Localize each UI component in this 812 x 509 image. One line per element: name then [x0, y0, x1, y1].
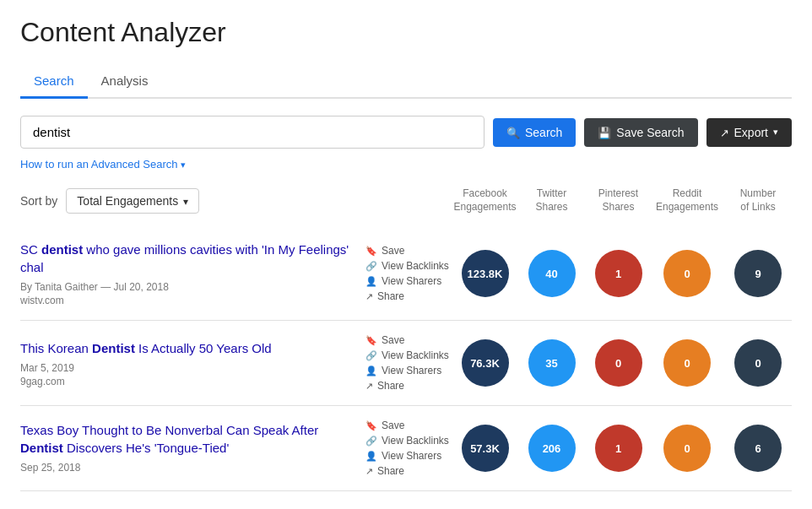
links-circle-3: 6: [734, 425, 782, 472]
result-link-2[interactable]: This Korean Dentist Is Actually 50 Years…: [20, 341, 272, 355]
result-actions-1: Save View Backlinks View Sharers Share: [365, 245, 450, 302]
facebook-circle-1: 123.8K: [462, 250, 509, 297]
twitter-stat-3: 206: [520, 425, 583, 472]
table-row: This Korean Dentist Is Actually 50 Years…: [20, 321, 792, 406]
bookmark-icon: [365, 245, 377, 257]
search-input-wrap: [20, 116, 484, 149]
result-meta-3: Sep 25, 2018: [20, 462, 362, 474]
search-button[interactable]: Search: [493, 118, 576, 147]
links-circle-2: 0: [734, 339, 782, 387]
save-action-1[interactable]: Save: [365, 245, 450, 257]
col-header-facebook: FacebookEngagements: [453, 187, 517, 214]
share-action-2[interactable]: Share: [365, 380, 450, 392]
result-domain-2: 9gag.com: [20, 376, 362, 387]
facebook-stat-1: 123.8K: [453, 250, 517, 297]
result-meta-1: By Tanita Gaither — Jul 20, 2018: [20, 281, 362, 293]
pinterest-circle-1: 1: [595, 250, 642, 297]
backlinks-action-3[interactable]: View Backlinks: [365, 435, 450, 447]
facebook-circle-2: 76.3K: [462, 339, 509, 387]
twitter-circle-2: 35: [528, 339, 576, 387]
export-icon: [720, 126, 729, 139]
sort-row: Sort by Total Engagements FacebookEngage…: [20, 187, 792, 214]
result-main-3: Texas Boy Thought to Be Nonverbal Can Sp…: [20, 421, 362, 475]
links-circle-1: 9: [734, 250, 782, 297]
pinterest-circle-3: 1: [595, 425, 642, 472]
col-header-actions: [365, 187, 450, 214]
table-row: Texas Boy Thought to Be Nonverbal Can Sp…: [20, 406, 792, 491]
user-icon: [365, 275, 377, 287]
user-icon: [365, 450, 377, 462]
result-title-1: SC dentist who gave millions cavities wi…: [20, 241, 362, 276]
search-input[interactable]: [20, 116, 484, 149]
col-header-reddit: RedditEngagements: [653, 187, 721, 214]
result-main-1: SC dentist who gave millions cavities wi…: [20, 241, 362, 306]
advanced-search-link[interactable]: How to run an Advanced Search: [20, 158, 186, 171]
search-icon: [506, 126, 520, 139]
tab-analysis[interactable]: Analysis: [88, 65, 162, 99]
link-icon: [365, 260, 377, 272]
pinterest-stat-2: 0: [587, 339, 650, 387]
pinterest-circle-2: 0: [595, 339, 642, 387]
bookmark-icon: [365, 420, 377, 431]
facebook-stat-3: 57.3K: [453, 425, 517, 472]
table-row: SC dentist who gave millions cavities wi…: [20, 227, 792, 321]
result-link-1[interactable]: SC dentist who gave millions cavities wi…: [20, 242, 349, 274]
links-stat-2: 0: [724, 339, 792, 387]
col-header-twitter: TwitterShares: [520, 187, 583, 214]
export-caret-icon: ▾: [773, 127, 778, 138]
result-main-2: This Korean Dentist Is Actually 50 Years…: [20, 339, 362, 387]
twitter-stat-2: 35: [520, 339, 583, 387]
link-icon: [365, 435, 377, 447]
results-list: SC dentist who gave millions cavities wi…: [20, 227, 792, 491]
reddit-circle-3: 0: [663, 425, 711, 472]
backlinks-action-1[interactable]: View Backlinks: [365, 260, 450, 272]
twitter-stat-1: 40: [520, 250, 583, 297]
result-actions-3: Save View Backlinks View Sharers Share: [365, 420, 450, 477]
twitter-circle-3: 206: [528, 425, 576, 472]
result-title-3: Texas Boy Thought to Be Nonverbal Can Sp…: [20, 421, 362, 457]
export-button[interactable]: Export ▾: [706, 118, 792, 147]
sort-label: Sort by: [20, 194, 57, 208]
share-action-1[interactable]: Share: [365, 290, 450, 302]
sharers-action-3[interactable]: View Sharers: [365, 450, 450, 462]
reddit-stat-3: 0: [653, 425, 721, 472]
save-search-icon: [598, 126, 611, 139]
user-icon: [365, 365, 377, 376]
links-stat-3: 6: [724, 425, 792, 472]
search-bar: Search Save Search Export ▾: [20, 116, 792, 149]
pinterest-stat-1: 1: [587, 250, 650, 297]
result-actions-2: Save View Backlinks View Sharers Share: [365, 334, 450, 392]
tab-bar: Search Analysis: [20, 65, 792, 99]
pinterest-stat-3: 1: [587, 425, 650, 472]
tab-search[interactable]: Search: [20, 65, 88, 99]
col-header-pinterest: PinterestShares: [587, 187, 650, 214]
result-title-2: This Korean Dentist Is Actually 50 Years…: [20, 339, 362, 357]
save-action-3[interactable]: Save: [365, 420, 450, 431]
backlinks-action-2[interactable]: View Backlinks: [365, 349, 450, 361]
sort-select[interactable]: Total Engagements: [66, 188, 199, 214]
chevron-down-icon: [181, 158, 186, 171]
reddit-circle-1: 0: [663, 250, 711, 297]
result-link-3[interactable]: Texas Boy Thought to Be Nonverbal Can Sp…: [20, 423, 318, 455]
bookmark-icon: [365, 334, 377, 346]
share-icon: [365, 290, 373, 302]
sharers-action-2[interactable]: View Sharers: [365, 365, 450, 376]
facebook-stat-2: 76.3K: [453, 339, 517, 387]
save-action-2[interactable]: Save: [365, 334, 450, 346]
twitter-circle-1: 40: [528, 250, 576, 297]
facebook-circle-3: 57.3K: [462, 425, 509, 472]
save-search-button[interactable]: Save Search: [584, 118, 697, 147]
links-stat-1: 9: [724, 250, 792, 297]
sharers-action-1[interactable]: View Sharers: [365, 275, 450, 287]
share-action-3[interactable]: Share: [365, 465, 450, 477]
page-title: Content Analyzer: [20, 17, 792, 48]
col-header-links: Numberof Links: [724, 187, 792, 214]
reddit-stat-2: 0: [653, 339, 721, 387]
share-icon: [365, 465, 373, 477]
link-icon: [365, 349, 377, 361]
sort-chevron-icon: [183, 194, 188, 208]
result-domain-1: wistv.com: [20, 295, 362, 306]
reddit-circle-2: 0: [663, 339, 711, 387]
reddit-stat-1: 0: [653, 250, 721, 297]
result-meta-2: Mar 5, 2019: [20, 362, 362, 374]
